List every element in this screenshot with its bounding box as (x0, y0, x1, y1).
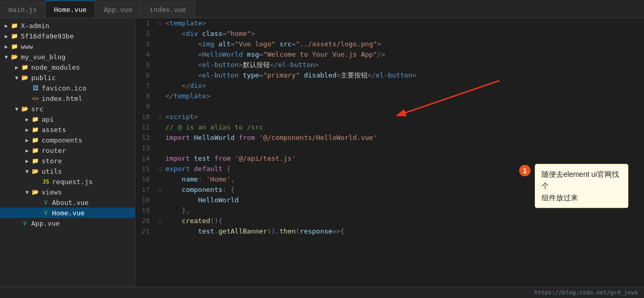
annotation-bubble: 随便去element ui官网找个组件放过来 (535, 164, 628, 208)
sidebar-item-api[interactable]: ▶ 📁 api (0, 114, 135, 124)
fold-indicator (156, 81, 163, 91)
folder-icon: 📁 (10, 21, 19, 30)
sidebar-item-about-vue[interactable]: ▶ V About.vue (0, 197, 135, 208)
sidebar-item-label: store (42, 157, 62, 165)
tab-home-vue[interactable]: Home.vue (46, 1, 96, 18)
vue-file-icon: V (42, 209, 50, 217)
tab-index-vue[interactable]: index.vue (141, 1, 195, 18)
image-file-icon: 🖼 (31, 84, 40, 92)
vue-file-icon: V (42, 198, 50, 206)
annotation-container: 1 随便去element ui官网找个组件放过来 (519, 164, 628, 208)
fold-indicator (156, 122, 163, 133)
folder-open-icon: 📂 (10, 53, 19, 61)
sidebar-item-index-html[interactable]: ▶ <> index.html (0, 93, 135, 103)
sidebar-item-label: api (42, 115, 54, 123)
fold-indicator: □ (156, 164, 163, 174)
code-line-content: // @ is an alias to /src (163, 122, 644, 133)
chevron-down-icon: ▼ (2, 54, 10, 60)
code-line-content: <el-button type="primary" disabled>主要按钮<… (163, 70, 644, 81)
line-number: 2 (135, 29, 156, 39)
folder-icon: 📁 (31, 136, 40, 144)
line-number: 10 (135, 112, 156, 122)
folder-icon: 📁 (31, 157, 40, 165)
sidebar-item-node-modules[interactable]: ▶ 📁 node_modules (0, 62, 135, 72)
fold-indicator (156, 133, 163, 143)
bottom-bar: https://blog.csdn.net/grd_java (0, 287, 644, 298)
sidebar-item-assets[interactable]: ▶ 📁 assets (0, 124, 135, 135)
fold-indicator (156, 174, 163, 185)
table-row: 3 <img alt="Vue logo" src="../assets/log… (135, 39, 644, 49)
line-number: 14 (135, 153, 156, 164)
table-row: 4 <HelloWorld msg="Welcome to Your Vue.j… (135, 49, 644, 60)
tab-app-vue[interactable]: App.vue (95, 1, 141, 18)
annotation-number: 1 (519, 165, 531, 176)
sidebar-item-app-vue[interactable]: ▶ V App.vue (0, 218, 135, 228)
sidebar-item-label: index.html (42, 95, 82, 102)
line-number: 20 (135, 216, 156, 226)
chevron-right-icon: ▶ (23, 148, 31, 153)
sidebar-item-hash[interactable]: ▶ 📁 5f16dfa9e93be (0, 31, 135, 41)
table-row: 6 <el-button type="primary" disabled>主要按… (135, 70, 644, 81)
sidebar-item-www[interactable]: ▶ 📁 www (0, 41, 135, 51)
sidebar-item-label: utils (42, 167, 62, 175)
chevron-right-icon: ▶ (2, 33, 10, 39)
sidebar-item-my-vue-blog[interactable]: ▼ 📂 my_vue_blog (0, 51, 135, 62)
chevron-right-icon: ▶ (2, 23, 10, 29)
fold-indicator (156, 101, 163, 112)
sidebar-item-label: request.js (52, 178, 93, 186)
sidebar-item-favicon[interactable]: ▶ 🖼 favicon.ico (0, 83, 135, 93)
sidebar-item-label: Home.vue (52, 209, 85, 217)
code-line-content (163, 143, 644, 153)
fold-indicator (156, 91, 163, 101)
sidebar-item-label: favicon.ico (42, 84, 86, 92)
folder-open-icon: 📂 (31, 188, 40, 196)
code-line-content: <el-button>默认按钮</el-button> (163, 60, 644, 70)
fold-indicator (156, 29, 163, 39)
line-number: 6 (135, 70, 156, 81)
sidebar-item-utils[interactable]: ▼ 📂 utils (0, 166, 135, 176)
folder-icon: 📁 (31, 115, 40, 123)
code-line-content: <script> (163, 112, 644, 122)
sidebar-item-router[interactable]: ▶ 📁 router (0, 145, 135, 156)
fold-indicator (156, 49, 163, 60)
code-line-content: <img alt="Vue logo" src="../assets/logo.… (163, 39, 644, 49)
code-line-content: test.getAllBanner().then(response=>{ (163, 226, 644, 237)
line-number: 13 (135, 143, 156, 153)
sidebar-item-label: my_vue_blog (21, 53, 66, 61)
fold-indicator (156, 205, 163, 216)
table-row: 10 □ <script> (135, 112, 644, 122)
sidebar-item-label: X-admin (21, 22, 49, 30)
table-row: 8 </template> (135, 91, 644, 101)
sidebar-item-label: components (42, 136, 82, 144)
sidebar-item-label: public (31, 74, 56, 82)
code-line-content: import test from '@/api/test.js' (163, 153, 644, 164)
sidebar-item-components[interactable]: ▶ 📁 components (0, 135, 135, 145)
sidebar-item-views[interactable]: ▼ 📂 views (0, 187, 135, 197)
tab-label: main.js (8, 6, 37, 14)
sidebar-item-request-js[interactable]: ▶ JS request.js (0, 176, 135, 187)
table-row: 20 □ created(){ (135, 216, 644, 226)
sidebar-item-public[interactable]: ▼ 📂 public (0, 72, 135, 83)
folder-icon: 📁 (10, 42, 19, 50)
line-number: 3 (135, 39, 156, 49)
sidebar-item-label: views (42, 188, 62, 196)
sidebar-item-store[interactable]: ▶ 📁 store (0, 156, 135, 166)
code-editor[interactable]: 1 □ <template> 2 <div class="home"> 3 <i… (135, 18, 644, 287)
line-number: 18 (135, 195, 156, 205)
sidebar: ▶ 📁 X-admin ▶ 📁 5f16dfa9e93be ▶ 📁 www ▼ … (0, 18, 135, 287)
table-row: 7 </div> (135, 81, 644, 91)
code-line-content (163, 101, 644, 112)
table-row: 11 // @ is an alias to /src (135, 122, 644, 133)
table-row: 1 □ <template> (135, 18, 644, 29)
sidebar-item-xadmin[interactable]: ▶ 📁 X-admin (0, 20, 135, 31)
line-number: 12 (135, 133, 156, 143)
line-number: 21 (135, 226, 156, 237)
sidebar-item-src[interactable]: ▼ 📂 src (0, 103, 135, 114)
table-row: 9 (135, 101, 644, 112)
tab-main-js[interactable]: main.js (0, 1, 46, 18)
fold-indicator (156, 143, 163, 153)
sidebar-item-home-vue[interactable]: ▶ V Home.vue (0, 208, 135, 218)
table-row: 2 <div class="home"> (135, 29, 644, 39)
table-row: 5 <el-button>默认按钮</el-button> (135, 60, 644, 70)
fold-indicator: □ (156, 112, 163, 122)
